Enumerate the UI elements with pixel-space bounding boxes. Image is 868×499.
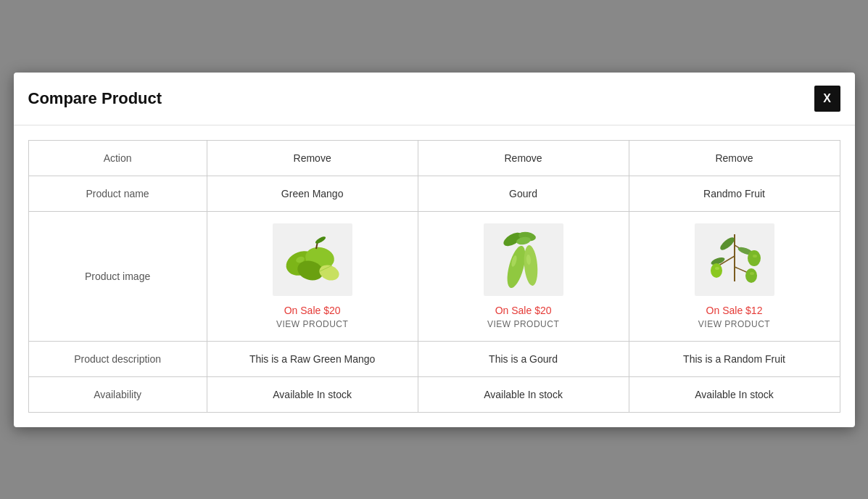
product-description-label: Product description (28, 341, 207, 376)
product-image-col2: On Sale $20 VIEW PRODUCT (418, 211, 629, 341)
compare-table: Action Remove Remove Remove Product name… (28, 140, 840, 413)
svg-point-23 (753, 255, 757, 257)
product-image-1 (273, 223, 352, 296)
compare-product-modal: Compare Product X Action Remove Remove R… (14, 73, 855, 427)
svg-point-26 (745, 268, 757, 283)
view-product-2[interactable]: VIEW PRODUCT (430, 319, 617, 329)
product-name-row: Product name Green Mango Gourd Randmo Fr… (28, 176, 840, 211)
action-col2: Remove (418, 140, 629, 176)
availability-row: Availability Available In stock Availabl… (28, 376, 840, 412)
availability-col2: Available In stock (418, 376, 629, 412)
action-row: Action Remove Remove Remove (28, 140, 840, 176)
svg-point-12 (522, 244, 539, 286)
view-product-1[interactable]: VIEW PRODUCT (219, 319, 406, 329)
product-name-col1: Green Mango (207, 176, 418, 211)
svg-point-25 (715, 267, 719, 270)
action-col1: Remove (207, 140, 418, 176)
action-label: Action (28, 140, 207, 176)
availability-col1: Available In stock (207, 376, 418, 412)
modal-title: Compare Product (28, 89, 162, 108)
svg-point-19 (718, 235, 736, 252)
view-product-3[interactable]: VIEW PRODUCT (641, 319, 828, 329)
product-description-col3: This is a Random Fruit (629, 341, 840, 376)
product-image-2 (484, 223, 563, 296)
on-sale-2: On Sale $20 (430, 305, 617, 316)
product-name-label: Product name (28, 176, 207, 211)
svg-point-5 (314, 235, 326, 244)
on-sale-3: On Sale $12 (641, 305, 828, 316)
product-name-col3: Randmo Fruit (629, 176, 840, 211)
action-col3: Remove (629, 140, 840, 176)
modal-header: Compare Product X (14, 73, 855, 125)
on-sale-1: On Sale $20 (219, 305, 406, 316)
product-description-row: Product description This is a Raw Green … (28, 341, 840, 376)
gourd-svg (491, 231, 556, 289)
modal-body: Action Remove Remove Remove Product name… (14, 125, 855, 427)
product-name-col2: Gourd (418, 176, 629, 211)
product-description-col2: This is a Gourd (418, 341, 629, 376)
remove-button-1[interactable]: Remove (294, 152, 331, 164)
remove-button-3[interactable]: Remove (715, 152, 753, 164)
availability-col3: Available In stock (629, 376, 840, 412)
close-button[interactable]: X (814, 86, 840, 112)
product-image-col3: On Sale $12 VIEW PRODUCT (629, 211, 840, 341)
product-image-3 (695, 223, 774, 296)
svg-point-22 (748, 250, 761, 266)
svg-point-27 (750, 272, 754, 275)
green-mango-svg (280, 231, 345, 289)
svg-point-24 (711, 263, 722, 278)
product-image-label: Product image (28, 211, 207, 341)
product-image-col1: On Sale $20 VIEW PRODUCT (207, 211, 418, 341)
random-fruit-svg (702, 231, 767, 289)
remove-button-2[interactable]: Remove (505, 152, 542, 164)
product-image-row: Product image (28, 211, 840, 341)
availability-label: Availability (28, 376, 207, 412)
product-description-col1: This is a Raw Green Mango (207, 341, 418, 376)
